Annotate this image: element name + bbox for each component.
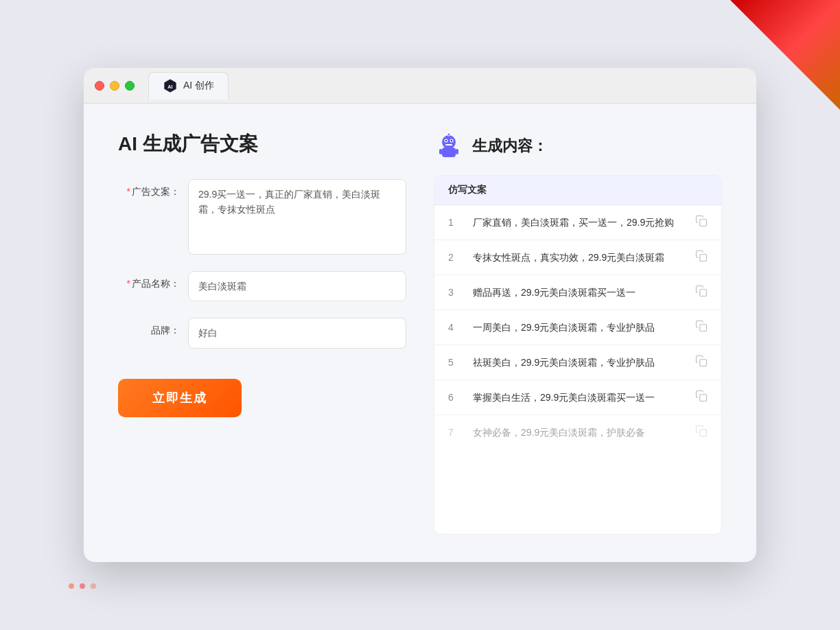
copy-icon[interactable] xyxy=(695,390,708,405)
svg-rect-14 xyxy=(700,255,707,261)
tab-title: AI 创作 xyxy=(183,80,214,92)
result-table: 仿写文案 1厂家直销，美白淡斑霜，买一送一，29.9元抢购 2专抹女性斑点，真实… xyxy=(434,175,722,535)
row-text: 祛斑美白，29.9元美白淡斑霜，专业护肤品 xyxy=(473,355,684,370)
browser-window: AI AI 创作 AI 生成广告文案 *广告文案： *产品名称： xyxy=(84,68,756,562)
brand-input[interactable] xyxy=(188,318,406,348)
dot-1 xyxy=(69,583,74,589)
row-text: 专抹女性斑点，真实功效，29.9元美白淡斑霜 xyxy=(473,250,684,265)
dot-3 xyxy=(91,583,96,589)
svg-rect-16 xyxy=(700,325,707,331)
table-body: 1厂家直销，美白淡斑霜，买一送一，29.9元抢购 2专抹女性斑点，真实功效，29… xyxy=(434,205,721,450)
product-name-input[interactable] xyxy=(188,271,406,301)
brand-group: 品牌： xyxy=(118,318,406,348)
copy-icon[interactable] xyxy=(695,215,708,230)
table-row: 4一周美白，29.9元美白淡斑霜，专业护肤品 xyxy=(434,310,721,345)
page-title: AI 生成广告文案 xyxy=(118,131,406,157)
copy-icon[interactable] xyxy=(695,285,708,300)
robot-icon xyxy=(434,131,464,161)
row-number: 6 xyxy=(448,392,462,403)
svg-rect-7 xyxy=(445,144,452,145)
ad-copy-group: *广告文案： xyxy=(118,179,406,255)
product-name-required: * xyxy=(127,278,130,289)
copy-icon[interactable] xyxy=(695,250,708,265)
row-number: 1 xyxy=(448,217,462,228)
dot-2 xyxy=(80,583,85,589)
left-panel: AI 生成广告文案 *广告文案： *产品名称： 品牌： 立 xyxy=(118,131,406,535)
svg-rect-10 xyxy=(442,148,456,157)
table-header: 仿写文案 xyxy=(434,176,721,205)
row-number: 4 xyxy=(448,322,462,333)
ad-copy-label: *广告文案： xyxy=(118,179,180,198)
svg-point-5 xyxy=(445,140,447,141)
svg-rect-15 xyxy=(700,290,707,296)
table-row: 6掌握美白生活，29.9元美白淡斑霜买一送一 xyxy=(434,380,721,415)
traffic-lights xyxy=(95,81,135,91)
table-row: 7女神必备，29.9元美白淡斑霜，护肤必备 xyxy=(434,415,721,450)
generate-button[interactable]: 立即生成 xyxy=(118,379,242,417)
result-header: 生成内容： xyxy=(434,131,722,161)
browser-content: AI 生成广告文案 *广告文案： *产品名称： 品牌： 立 xyxy=(84,104,756,562)
svg-rect-13 xyxy=(700,220,707,226)
row-number: 7 xyxy=(448,427,462,438)
traffic-light-minimize[interactable] xyxy=(110,81,119,91)
right-panel: 生成内容： 仿写文案 1厂家直销，美白淡斑霜，买一送一，29.9元抢购 2专抹女… xyxy=(434,131,722,535)
row-text: 女神必备，29.9元美白淡斑霜，护肤必备 xyxy=(473,425,684,440)
svg-rect-18 xyxy=(700,395,707,401)
browser-titlebar: AI AI 创作 xyxy=(84,68,756,104)
copy-icon[interactable] xyxy=(695,355,708,370)
table-row: 5祛斑美白，29.9元美白淡斑霜，专业护肤品 xyxy=(434,345,721,380)
product-name-group: *产品名称： xyxy=(118,271,406,301)
table-row: 1厂家直销，美白淡斑霜，买一送一，29.9元抢购 xyxy=(434,205,721,240)
table-row: 3赠品再送，29.9元美白淡斑霜买一送一 xyxy=(434,275,721,310)
ad-copy-required: * xyxy=(127,186,130,197)
traffic-light-close[interactable] xyxy=(95,81,104,91)
row-text: 一周美白，29.9元美白淡斑霜，专业护肤品 xyxy=(473,320,684,335)
ad-copy-input[interactable] xyxy=(188,179,406,255)
svg-rect-12 xyxy=(456,149,458,154)
result-title: 生成内容： xyxy=(472,136,548,156)
row-text: 厂家直销，美白淡斑霜，买一送一，29.9元抢购 xyxy=(473,215,684,230)
row-number: 2 xyxy=(448,252,462,263)
svg-point-9 xyxy=(447,133,450,136)
row-number: 3 xyxy=(448,287,462,298)
ai-tab-icon: AI xyxy=(163,78,178,93)
copy-icon[interactable] xyxy=(695,425,708,440)
row-number: 5 xyxy=(448,357,462,368)
copy-icon[interactable] xyxy=(695,320,708,335)
table-row: 2专抹女性斑点，真实功效，29.9元美白淡斑霜 xyxy=(434,240,721,275)
row-text: 赠品再送，29.9元美白淡斑霜买一送一 xyxy=(473,285,684,300)
svg-rect-17 xyxy=(700,360,707,366)
svg-text:AI: AI xyxy=(167,84,172,90)
svg-point-6 xyxy=(451,140,452,141)
bottom-decoration xyxy=(69,583,96,589)
row-text: 掌握美白生活，29.9元美白淡斑霜买一送一 xyxy=(473,390,684,405)
brand-label: 品牌： xyxy=(118,318,180,337)
browser-tab[interactable]: AI AI 创作 xyxy=(148,72,229,100)
svg-rect-11 xyxy=(439,149,442,154)
svg-rect-19 xyxy=(700,430,707,436)
product-name-label: *产品名称： xyxy=(118,271,180,290)
traffic-light-maximize[interactable] xyxy=(125,81,135,91)
